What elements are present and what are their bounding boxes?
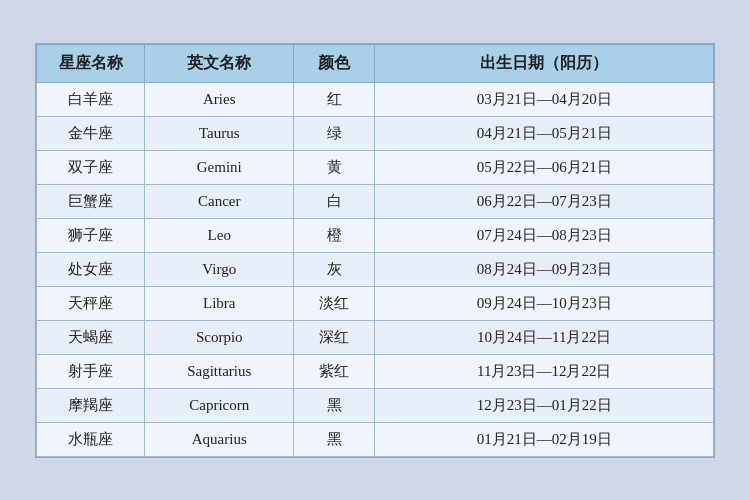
- table-row: 水瓶座Aquarius黑01月21日—02月19日: [37, 422, 714, 456]
- zodiac-table: 星座名称 英文名称 颜色 出生日期（阳历） 白羊座Aries红03月21日—04…: [36, 44, 714, 457]
- cell-zh: 巨蟹座: [37, 184, 145, 218]
- cell-date: 05月22日—06月21日: [375, 150, 714, 184]
- cell-date: 08月24日—09月23日: [375, 252, 714, 286]
- cell-en: Taurus: [145, 116, 294, 150]
- table-row: 巨蟹座Cancer白06月22日—07月23日: [37, 184, 714, 218]
- cell-color: 灰: [294, 252, 375, 286]
- cell-en: Virgo: [145, 252, 294, 286]
- cell-en: Sagittarius: [145, 354, 294, 388]
- cell-color: 紫红: [294, 354, 375, 388]
- zodiac-table-container: 星座名称 英文名称 颜色 出生日期（阳历） 白羊座Aries红03月21日—04…: [35, 43, 715, 458]
- cell-date: 10月24日—11月22日: [375, 320, 714, 354]
- table-row: 摩羯座Capricorn黑12月23日—01月22日: [37, 388, 714, 422]
- cell-date: 12月23日—01月22日: [375, 388, 714, 422]
- cell-zh: 双子座: [37, 150, 145, 184]
- table-row: 天蝎座Scorpio深红10月24日—11月22日: [37, 320, 714, 354]
- cell-zh: 摩羯座: [37, 388, 145, 422]
- cell-zh: 水瓶座: [37, 422, 145, 456]
- cell-zh: 射手座: [37, 354, 145, 388]
- cell-en: Capricorn: [145, 388, 294, 422]
- cell-color: 深红: [294, 320, 375, 354]
- cell-color: 红: [294, 82, 375, 116]
- cell-en: Aries: [145, 82, 294, 116]
- cell-en: Libra: [145, 286, 294, 320]
- header-date: 出生日期（阳历）: [375, 44, 714, 82]
- table-body: 白羊座Aries红03月21日—04月20日金牛座Taurus绿04月21日—0…: [37, 82, 714, 456]
- table-row: 射手座Sagittarius紫红11月23日—12月22日: [37, 354, 714, 388]
- cell-color: 黑: [294, 388, 375, 422]
- cell-en: Cancer: [145, 184, 294, 218]
- cell-date: 09月24日—10月23日: [375, 286, 714, 320]
- table-row: 金牛座Taurus绿04月21日—05月21日: [37, 116, 714, 150]
- cell-date: 07月24日—08月23日: [375, 218, 714, 252]
- cell-zh: 白羊座: [37, 82, 145, 116]
- cell-en: Leo: [145, 218, 294, 252]
- table-row: 狮子座Leo橙07月24日—08月23日: [37, 218, 714, 252]
- cell-zh: 金牛座: [37, 116, 145, 150]
- cell-en: Aquarius: [145, 422, 294, 456]
- cell-en: Gemini: [145, 150, 294, 184]
- header-zh: 星座名称: [37, 44, 145, 82]
- cell-date: 03月21日—04月20日: [375, 82, 714, 116]
- header-en: 英文名称: [145, 44, 294, 82]
- table-header-row: 星座名称 英文名称 颜色 出生日期（阳历）: [37, 44, 714, 82]
- cell-date: 06月22日—07月23日: [375, 184, 714, 218]
- cell-color: 白: [294, 184, 375, 218]
- header-color: 颜色: [294, 44, 375, 82]
- cell-color: 淡红: [294, 286, 375, 320]
- cell-color: 绿: [294, 116, 375, 150]
- table-row: 双子座Gemini黄05月22日—06月21日: [37, 150, 714, 184]
- table-row: 天秤座Libra淡红09月24日—10月23日: [37, 286, 714, 320]
- cell-date: 11月23日—12月22日: [375, 354, 714, 388]
- table-row: 白羊座Aries红03月21日—04月20日: [37, 82, 714, 116]
- cell-date: 04月21日—05月21日: [375, 116, 714, 150]
- cell-zh: 天蝎座: [37, 320, 145, 354]
- cell-date: 01月21日—02月19日: [375, 422, 714, 456]
- cell-zh: 天秤座: [37, 286, 145, 320]
- cell-zh: 狮子座: [37, 218, 145, 252]
- cell-color: 橙: [294, 218, 375, 252]
- table-row: 处女座Virgo灰08月24日—09月23日: [37, 252, 714, 286]
- cell-color: 黄: [294, 150, 375, 184]
- cell-en: Scorpio: [145, 320, 294, 354]
- cell-color: 黑: [294, 422, 375, 456]
- cell-zh: 处女座: [37, 252, 145, 286]
